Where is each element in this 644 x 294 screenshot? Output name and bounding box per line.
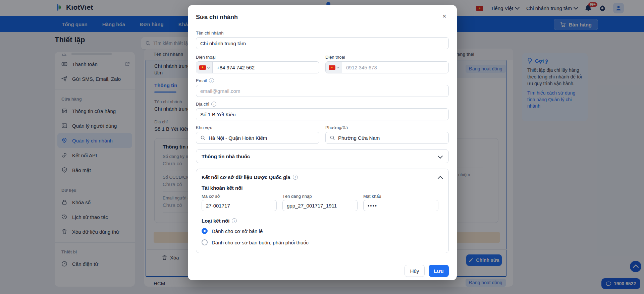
country-code-selector[interactable] — [196, 62, 213, 73]
address-input[interactable] — [196, 108, 449, 120]
account-heading: Tài khoản kết nối — [202, 185, 243, 191]
save-button[interactable]: Lưu — [429, 265, 449, 277]
radio-retail-label: Dành cho cơ sở bán lẻ — [212, 228, 263, 234]
ward-select[interactable]: Phường Cửa Nam — [325, 132, 449, 144]
chevron-down-icon — [336, 65, 339, 69]
phone1-value: +84 974 742 562 — [213, 65, 255, 70]
country-code-selector[interactable] — [326, 62, 342, 73]
vietnam-flag-icon — [329, 65, 335, 70]
edit-branch-modal: Sửa chi nhánh Tên chi nhánh Điện thoại Đ… — [188, 5, 457, 280]
close-icon[interactable] — [440, 12, 449, 20]
pharmacy-section-title: Thông tin nhà thuốc — [202, 154, 250, 159]
chevron-down-icon — [207, 65, 210, 69]
phone2-label: Điện thoại — [325, 55, 345, 60]
radio-wholesale-label: Dành cho cơ sở bán buôn, phân phối thuốc — [212, 240, 309, 245]
phone1-input[interactable]: +84 974 742 562 — [196, 61, 319, 73]
region-label: Khu vực — [196, 125, 212, 130]
info-icon — [209, 78, 214, 83]
radio-wholesale[interactable]: Dành cho cơ sở bán buôn, phân phối thuốc — [202, 239, 309, 245]
pharmacy-section-toggle[interactable]: Thông tin nhà thuốc — [196, 149, 449, 163]
region-value: Hà Nội - Quận Hoàn Kiếm — [209, 135, 267, 141]
search-icon — [200, 135, 206, 140]
ward-value: Phường Cửa Nam — [338, 135, 380, 141]
email-input[interactable] — [196, 85, 449, 97]
modal-title: Sửa chi nhánh — [196, 14, 238, 21]
password-input[interactable] — [363, 200, 438, 211]
password-label: Mật khẩu — [363, 194, 381, 199]
ward-label: Phường/Xã — [325, 125, 348, 130]
info-icon — [211, 102, 216, 107]
branch-name-label: Tên chi nhánh — [196, 31, 223, 36]
phone2-placeholder: 0912 345 678 — [342, 65, 377, 70]
chevron-down-icon — [438, 154, 443, 159]
cancel-button[interactable]: Hủy — [405, 265, 425, 277]
username-input[interactable] — [282, 200, 358, 211]
radio-unselected-icon — [202, 239, 208, 245]
address-label: Địa chỉ — [196, 102, 216, 107]
facility-code-input[interactable] — [202, 200, 277, 211]
radio-retail[interactable]: Dành cho cơ sở bán lẻ — [202, 228, 263, 234]
email-label: Email — [196, 78, 214, 83]
info-icon — [293, 175, 298, 180]
chevron-up-icon[interactable] — [438, 176, 443, 181]
connection-type-label: Loại kết nối — [202, 218, 237, 224]
gpp-section-title: Kết nối cơ sở dữ liệu Dược Quốc gia — [202, 174, 298, 180]
search-icon — [330, 135, 335, 140]
gpp-connection-section: Kết nối cơ sở dữ liệu Dược Quốc gia Tài … — [196, 169, 449, 253]
region-select[interactable]: Hà Nội - Quận Hoàn Kiếm — [196, 132, 319, 144]
vietnam-flag-icon — [199, 65, 206, 70]
username-label: Tên đăng nhập — [282, 194, 312, 199]
phone1-label: Điện thoại — [196, 55, 216, 60]
radio-selected-icon — [202, 228, 208, 234]
phone2-input[interactable]: 0912 345 678 — [325, 61, 449, 73]
info-icon — [232, 218, 237, 223]
facility-code-label: Mã cơ sở — [202, 194, 220, 199]
branch-name-input[interactable] — [196, 37, 449, 49]
